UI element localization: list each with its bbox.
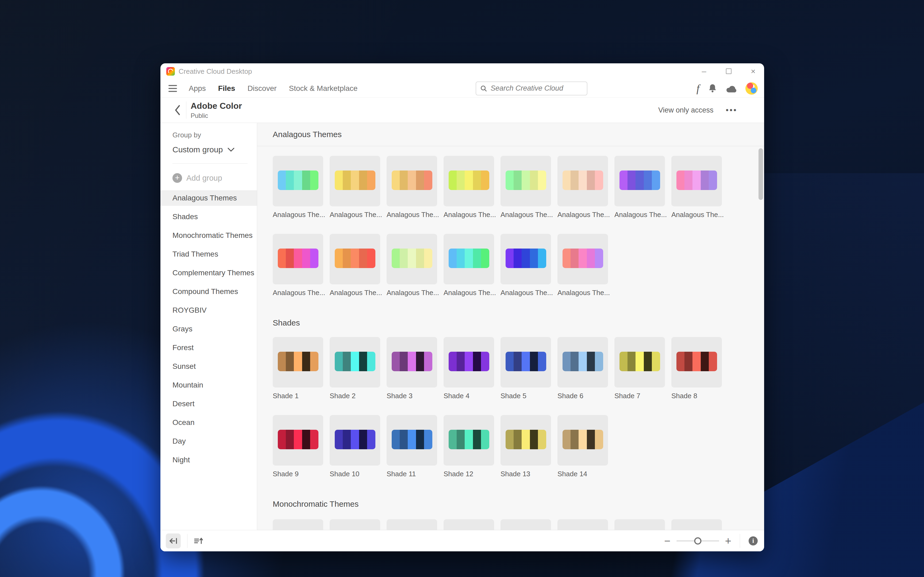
palette-tile <box>387 337 437 387</box>
color-stripe <box>367 352 375 371</box>
minus-icon[interactable]: − <box>664 535 670 546</box>
theme-card[interactable] <box>558 519 608 530</box>
theme-card[interactable]: Analagous The... <box>443 156 494 219</box>
palette-tile <box>443 519 494 530</box>
scrollbar[interactable] <box>758 148 763 200</box>
sidebar-item-desert[interactable]: Desert <box>160 396 257 411</box>
theme-card[interactable]: Shade 4 <box>443 337 494 400</box>
theme-card[interactable] <box>330 519 380 530</box>
color-stripe <box>351 171 359 190</box>
theme-card[interactable]: Analagous The... <box>558 156 608 219</box>
color-stripe <box>481 171 489 190</box>
theme-card[interactable] <box>443 519 494 530</box>
theme-card[interactable]: Shade 2 <box>330 337 380 400</box>
cloud-icon[interactable] <box>726 84 737 93</box>
card-label: Shade 8 <box>671 392 722 400</box>
sidebar-item-night[interactable]: Night <box>160 452 257 468</box>
nav-item-apps[interactable]: Apps <box>189 84 206 93</box>
minimize-icon[interactable]: – <box>700 67 708 75</box>
sidebar-item-triad-themes[interactable]: Triad Themes <box>160 247 257 262</box>
nav-item-files[interactable]: Files <box>218 84 235 93</box>
theme-card[interactable] <box>671 519 722 530</box>
sidebar-item-day[interactable]: Day <box>160 434 257 449</box>
hamburger-icon[interactable] <box>168 85 177 92</box>
color-stripe <box>392 352 400 371</box>
theme-card[interactable]: Analagous The... <box>443 234 494 297</box>
theme-card[interactable] <box>273 519 323 530</box>
color-stripe <box>701 171 709 190</box>
plus-icon[interactable]: + <box>725 535 731 546</box>
search-box[interactable] <box>476 82 587 95</box>
close-icon[interactable]: × <box>749 67 757 75</box>
theme-card[interactable]: Shade 10 <box>330 415 380 478</box>
theme-card[interactable]: Analagous The... <box>387 156 437 219</box>
avatar[interactable] <box>745 82 758 95</box>
theme-card[interactable]: Analagous The... <box>671 156 722 219</box>
theme-card[interactable]: Shade 7 <box>614 337 665 400</box>
fonts-icon[interactable]: f <box>697 83 700 94</box>
theme-card[interactable]: Shade 13 <box>500 415 551 478</box>
back-button[interactable] <box>172 105 183 116</box>
zoom-slider[interactable] <box>676 540 719 542</box>
add-group-button[interactable]: + Add group <box>173 173 257 183</box>
sidebar-item-grays[interactable]: Grays <box>160 321 257 337</box>
theme-card[interactable]: Shade 3 <box>387 337 437 400</box>
color-stripe <box>676 171 684 190</box>
nav-item-discover[interactable]: Discover <box>248 84 277 93</box>
sidebar-item-shades[interactable]: Shades <box>160 209 257 224</box>
theme-card[interactable]: Analagous The... <box>558 234 608 297</box>
card-label: Analagous The... <box>387 288 437 297</box>
theme-card[interactable]: Shade 5 <box>500 337 551 400</box>
bell-icon[interactable] <box>708 84 718 93</box>
theme-card[interactable]: Analagous The... <box>330 156 380 219</box>
sort-button[interactable] <box>194 537 203 545</box>
theme-card[interactable] <box>614 519 665 530</box>
theme-card[interactable]: Shade 14 <box>558 415 608 478</box>
ellipsis-icon[interactable]: ••• <box>726 106 737 114</box>
search-icon <box>480 85 487 92</box>
theme-card[interactable]: Analagous The... <box>500 234 551 297</box>
sidebar-item-monochromatic-themes[interactable]: Monochromatic Themes <box>160 228 257 243</box>
theme-card[interactable] <box>387 519 437 530</box>
collapse-sidebar-button[interactable] <box>166 533 181 548</box>
sidebar-item-compound-themes[interactable]: Compound Themes <box>160 284 257 299</box>
theme-card[interactable]: Shade 1 <box>273 337 323 400</box>
theme-card[interactable]: Shade 8 <box>671 337 722 400</box>
theme-card[interactable]: Shade 11 <box>387 415 437 478</box>
group-by-select[interactable]: Custom group <box>173 145 257 154</box>
palette-tile <box>500 234 551 284</box>
color-stripe <box>400 430 408 449</box>
search-input[interactable] <box>490 84 583 92</box>
color-swatch <box>506 248 546 268</box>
palette-tile <box>387 234 437 284</box>
sidebar-item-roygbiv[interactable]: ROYGBIV <box>160 303 257 318</box>
color-stripe <box>367 248 375 268</box>
maximize-icon[interactable] <box>724 67 732 75</box>
nav-item-stock-marketplace[interactable]: Stock & Marketplace <box>289 84 358 93</box>
theme-card[interactable]: Analagous The... <box>500 156 551 219</box>
color-stripe <box>481 430 489 449</box>
color-stripe <box>563 352 571 371</box>
theme-card[interactable]: Shade 9 <box>273 415 323 478</box>
theme-card[interactable]: Analagous The... <box>387 234 437 297</box>
theme-card[interactable]: Analagous The... <box>273 156 323 219</box>
zoom-slider-thumb[interactable] <box>694 537 701 545</box>
palette-tile <box>558 156 608 206</box>
theme-card[interactable]: Analagous The... <box>330 234 380 297</box>
sidebar-item-ocean[interactable]: Ocean <box>160 415 257 430</box>
app-title: Creative Cloud Desktop <box>179 67 252 76</box>
color-stripe <box>473 171 481 190</box>
sidebar-item-forest[interactable]: Forest <box>160 340 257 355</box>
color-stripe <box>506 430 514 449</box>
theme-card[interactable] <box>500 519 551 530</box>
theme-card[interactable]: Shade 6 <box>558 337 608 400</box>
sidebar-item-mountain[interactable]: Mountain <box>160 377 257 393</box>
theme-card[interactable]: Analagous The... <box>273 234 323 297</box>
theme-card[interactable]: Shade 12 <box>443 415 494 478</box>
sidebar-item-sunset[interactable]: Sunset <box>160 359 257 374</box>
sidebar-item-analagous-themes[interactable]: Analagous Themes <box>160 190 257 206</box>
sidebar-item-complementary-themes[interactable]: Complementary Themes <box>160 265 257 280</box>
info-icon[interactable]: i <box>748 537 758 545</box>
color-stripe <box>684 352 692 371</box>
theme-card[interactable]: Analagous The... <box>614 156 665 219</box>
